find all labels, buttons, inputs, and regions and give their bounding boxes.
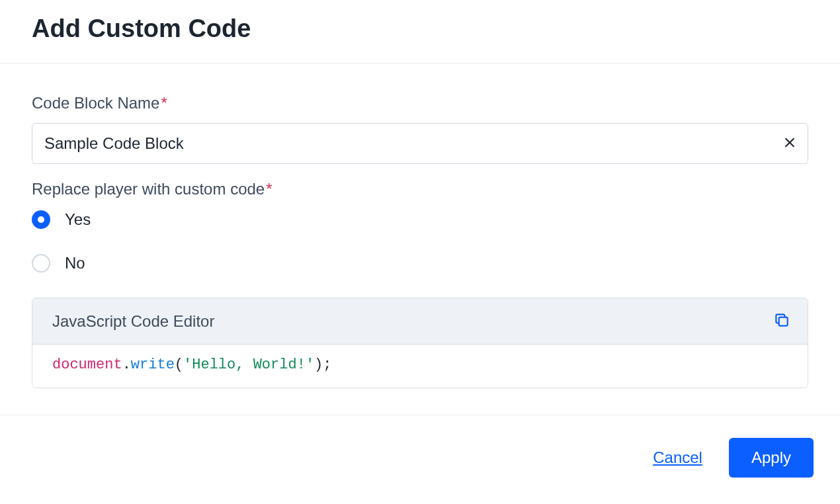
code-token-object: document <box>52 357 122 373</box>
replace-player-label-text: Replace player with custom code <box>32 180 265 198</box>
apply-button[interactable]: Apply <box>729 438 814 478</box>
modal-footer: Cancel Apply <box>0 415 840 500</box>
code-block-name-group: Code Block Name* <box>32 94 808 164</box>
radio-label-no: No <box>65 254 85 273</box>
code-block-name-input-wrap <box>32 123 808 164</box>
copy-icon <box>773 312 790 331</box>
radio-label-yes: Yes <box>65 210 91 229</box>
code-editor-title: JavaScript Code Editor <box>52 312 214 331</box>
replace-player-radio-group: Yes No <box>32 210 808 273</box>
code-block-name-label: Code Block Name* <box>32 94 808 112</box>
radio-indicator <box>32 254 50 273</box>
code-token-paren-close: ) <box>314 357 323 373</box>
radio-indicator-inner <box>38 216 44 223</box>
code-editor-body[interactable]: document.write('Hello, World!'); <box>32 345 808 388</box>
required-asterisk: * <box>266 180 272 198</box>
code-token-function: write <box>131 357 175 373</box>
code-token-string: 'Hello, World!' <box>183 357 314 373</box>
page-title: Add Custom Code <box>32 15 808 43</box>
svg-rect-2 <box>779 317 788 326</box>
code-token-semicolon: ; <box>323 357 331 373</box>
copy-code-button[interactable] <box>772 310 792 332</box>
code-editor: JavaScript Code Editor document.write('H… <box>32 298 808 388</box>
clear-input-button[interactable] <box>780 134 799 154</box>
radio-indicator <box>32 210 50 229</box>
radio-option-yes[interactable]: Yes <box>32 210 808 229</box>
code-block-name-label-text: Code Block Name <box>32 94 159 112</box>
modal-body: Code Block Name* Replace player with cus… <box>0 63 840 415</box>
code-block-name-input[interactable] <box>32 123 808 164</box>
code-token-paren-open: ( <box>175 357 183 373</box>
code-editor-header: JavaScript Code Editor <box>32 298 808 345</box>
replace-player-label: Replace player with custom code* <box>32 180 808 198</box>
required-asterisk: * <box>161 94 167 112</box>
modal-header: Add Custom Code <box>0 0 840 63</box>
cancel-button[interactable]: Cancel <box>653 448 702 467</box>
close-icon <box>783 136 796 151</box>
radio-option-no[interactable]: No <box>32 254 808 273</box>
replace-player-group: Replace player with custom code* Yes No <box>32 180 808 273</box>
code-token-dot: . <box>122 357 131 373</box>
